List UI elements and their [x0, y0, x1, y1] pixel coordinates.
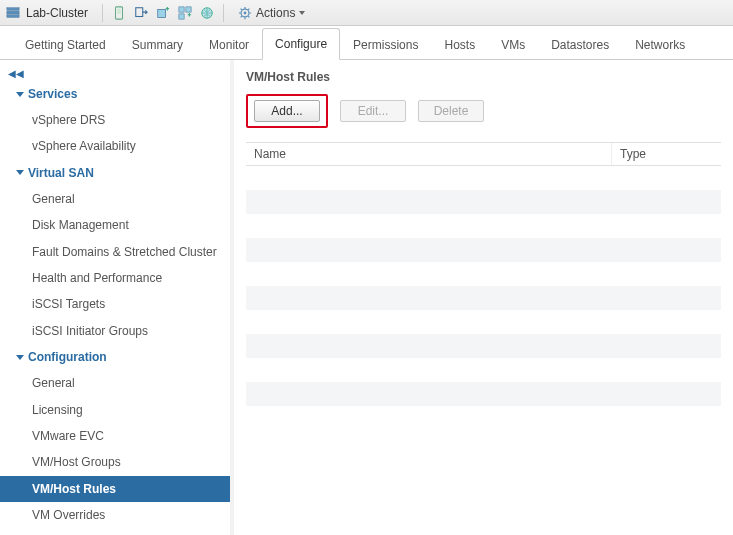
- svg-rect-1: [7, 11, 19, 14]
- table-header: Name Type: [246, 143, 721, 166]
- tab-getting-started[interactable]: Getting Started: [12, 29, 119, 60]
- tab-networks[interactable]: Networks: [622, 29, 698, 60]
- page-title: Lab-Cluster: [26, 6, 88, 20]
- gear-icon: [238, 6, 252, 20]
- sidebar-item-iscsi-initiator-groups[interactable]: iSCSI Initiator Groups: [0, 318, 230, 344]
- toolbar: Lab-Cluster: [0, 0, 733, 26]
- svg-rect-0: [7, 7, 19, 10]
- table-row: [246, 262, 721, 286]
- highlight-box: Add...: [246, 94, 328, 128]
- rules-table: Name Type: [246, 142, 721, 430]
- chevron-down-icon: [16, 92, 24, 97]
- table-row: [246, 382, 721, 406]
- toolbar-btn-3[interactable]: [153, 3, 173, 23]
- sidebar-item-fault-domains-stretched-cluster[interactable]: Fault Domains & Stretched Cluster: [0, 239, 230, 265]
- table-row: [246, 238, 721, 262]
- table-row: [246, 310, 721, 334]
- edit-button[interactable]: Edit...: [340, 100, 406, 122]
- sidebar-item-general[interactable]: General: [0, 186, 230, 212]
- add-button[interactable]: Add...: [254, 100, 320, 122]
- collapse-handle[interactable]: ◀◀: [0, 66, 230, 81]
- tab-summary[interactable]: Summary: [119, 29, 196, 60]
- main-panel: VM/Host Rules Add... Edit... Delete Name…: [234, 60, 733, 535]
- button-row: Add... Edit... Delete: [246, 94, 721, 128]
- nav-tree: ServicesvSphere DRSvSphere AvailabilityV…: [0, 81, 230, 528]
- svg-rect-9: [179, 13, 184, 18]
- tabs-bar: Getting StartedSummaryMonitorConfigurePe…: [0, 26, 733, 60]
- actions-menu[interactable]: Actions: [230, 4, 313, 22]
- table-row: [246, 214, 721, 238]
- table-body: [246, 166, 721, 430]
- table-row: [246, 358, 721, 382]
- vapp-icon: [178, 6, 192, 20]
- divider: [223, 4, 224, 22]
- sidebar-item-vm-host-rules[interactable]: VM/Host Rules: [0, 476, 230, 502]
- section-label: Virtual SAN: [28, 166, 94, 180]
- table-row: [246, 166, 721, 190]
- section-services[interactable]: Services: [0, 81, 230, 107]
- section-configuration[interactable]: Configuration: [0, 344, 230, 370]
- sidebar-item-vm-overrides[interactable]: VM Overrides: [0, 502, 230, 528]
- toolbar-btn-2[interactable]: [131, 3, 151, 23]
- sidebar-item-general[interactable]: General: [0, 370, 230, 396]
- tab-monitor[interactable]: Monitor: [196, 29, 262, 60]
- tab-hosts[interactable]: Hosts: [431, 29, 488, 60]
- section-label: Configuration: [28, 350, 107, 364]
- sidebar-item-iscsi-targets[interactable]: iSCSI Targets: [0, 291, 230, 317]
- actions-label: Actions: [256, 6, 295, 20]
- sidebar: ◀◀ ServicesvSphere DRSvSphere Availabili…: [0, 60, 234, 535]
- svg-rect-4: [117, 8, 121, 13]
- svg-rect-6: [158, 9, 166, 17]
- table-row: [246, 406, 721, 430]
- content: ◀◀ ServicesvSphere DRSvSphere Availabili…: [0, 60, 733, 535]
- delete-button[interactable]: Delete: [418, 100, 484, 122]
- svg-rect-7: [179, 6, 184, 11]
- table-row: [246, 286, 721, 310]
- section-label: Services: [28, 87, 77, 101]
- sidebar-item-vsphere-drs[interactable]: vSphere DRS: [0, 107, 230, 133]
- add-host-icon: [156, 6, 170, 20]
- sidebar-item-health-and-performance[interactable]: Health and Performance: [0, 265, 230, 291]
- sidebar-item-disk-management[interactable]: Disk Management: [0, 212, 230, 238]
- sidebar-item-vm-host-groups[interactable]: VM/Host Groups: [0, 449, 230, 475]
- export-icon: [134, 6, 148, 20]
- chevron-down-icon: [16, 355, 24, 360]
- device-icon: [112, 6, 126, 20]
- divider: [102, 4, 103, 22]
- sidebar-item-vsphere-availability[interactable]: vSphere Availability: [0, 133, 230, 159]
- svg-point-12: [244, 11, 247, 14]
- table-row: [246, 190, 721, 214]
- tab-configure[interactable]: Configure: [262, 28, 340, 60]
- toolbar-btn-4[interactable]: [175, 3, 195, 23]
- globe-icon: [200, 6, 214, 20]
- svg-rect-8: [186, 6, 191, 11]
- panel-title: VM/Host Rules: [246, 70, 721, 84]
- section-virtual-san[interactable]: Virtual SAN: [0, 160, 230, 186]
- tab-datastores[interactable]: Datastores: [538, 29, 622, 60]
- table-row: [246, 334, 721, 358]
- chevron-down-icon: [299, 11, 305, 15]
- col-name[interactable]: Name: [246, 143, 611, 165]
- toolbar-btn-5[interactable]: [197, 3, 217, 23]
- tab-permissions[interactable]: Permissions: [340, 29, 431, 60]
- col-type[interactable]: Type: [611, 143, 721, 165]
- sidebar-item-licensing[interactable]: Licensing: [0, 397, 230, 423]
- chevron-down-icon: [16, 170, 24, 175]
- tab-vms[interactable]: VMs: [488, 29, 538, 60]
- title-section: Lab-Cluster: [6, 6, 96, 20]
- cluster-icon: [6, 6, 20, 20]
- toolbar-btn-1[interactable]: [109, 3, 129, 23]
- svg-rect-2: [7, 14, 19, 17]
- sidebar-item-vmware-evc[interactable]: VMware EVC: [0, 423, 230, 449]
- svg-rect-5: [136, 7, 143, 16]
